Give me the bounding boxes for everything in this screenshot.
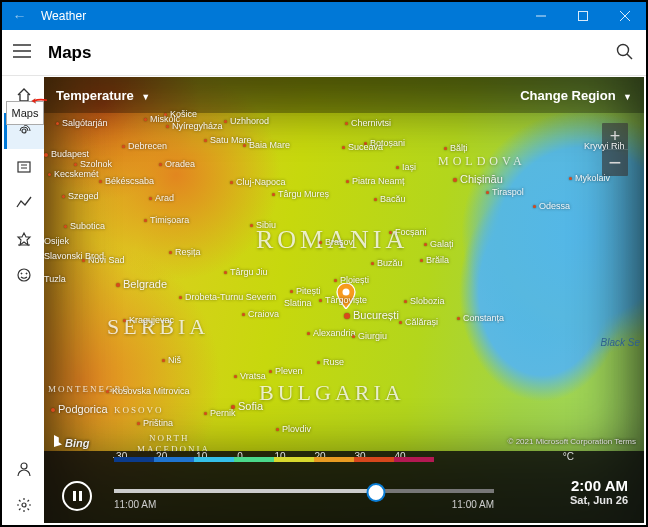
titlebar: ← Weather (2, 2, 646, 30)
svg-point-9 (343, 289, 350, 296)
zoom-control: + − (602, 123, 628, 176)
svg-point-2 (22, 129, 26, 133)
time-slider-labels: 11:00 AM11:00 AM (114, 499, 494, 510)
nav-3d[interactable] (4, 149, 44, 185)
svg-point-4 (18, 269, 30, 281)
page-title: Maps (42, 43, 91, 63)
nav-rail: Maps (4, 77, 44, 523)
svg-point-6 (26, 273, 27, 274)
zoom-in-button[interactable]: + (602, 123, 628, 150)
svg-point-8 (22, 503, 26, 507)
header-bar: Maps (2, 30, 646, 76)
legend-unit: °C (563, 451, 574, 462)
svg-point-5 (21, 273, 22, 274)
content-area: Maps Temperature ▼ Change Region ▼ (4, 77, 644, 523)
app-title: Weather (37, 9, 86, 23)
zoom-out-button[interactable]: − (602, 150, 628, 176)
nav-hourly[interactable] (4, 185, 44, 221)
pause-button[interactable] (62, 481, 92, 511)
region-dropdown[interactable]: Change Region ▼ (520, 88, 632, 103)
map-canvas[interactable]: Temperature ▼ Change Region ▼ + − ROMANI… (44, 77, 644, 523)
timeline-panel: Bing © 2021 Microsoft Corporation Terms … (44, 451, 644, 523)
search-button[interactable] (602, 43, 646, 63)
bing-logo: Bing (54, 435, 89, 449)
nav-account[interactable] (4, 451, 44, 487)
svg-rect-3 (18, 162, 30, 172)
nav-settings[interactable] (4, 487, 44, 523)
back-button[interactable]: ← (2, 8, 37, 24)
nav-favorites[interactable] (4, 221, 44, 257)
close-button[interactable] (604, 2, 646, 30)
map-pin-icon (336, 283, 356, 313)
current-time-display: 2:00 AM Sat, Jun 26 (570, 477, 628, 506)
app-window: ← Weather Maps Maps (0, 0, 648, 527)
minimize-button[interactable] (520, 2, 562, 30)
svg-rect-0 (579, 12, 588, 21)
hamburger-menu-button[interactable] (2, 44, 42, 62)
temperature-legend (114, 457, 494, 462)
layer-dropdown[interactable]: Temperature ▼ (56, 88, 150, 103)
svg-point-7 (21, 463, 27, 469)
svg-point-1 (617, 44, 628, 55)
annotation-arrow (31, 93, 47, 109)
map-toolbar: Temperature ▼ Change Region ▼ (44, 77, 644, 113)
sea-label: Black Se (601, 337, 640, 348)
maximize-button[interactable] (562, 2, 604, 30)
map-copyright: © 2021 Microsoft Corporation Terms (508, 437, 636, 446)
time-slider[interactable] (114, 489, 494, 493)
nav-feedback[interactable] (4, 257, 44, 293)
